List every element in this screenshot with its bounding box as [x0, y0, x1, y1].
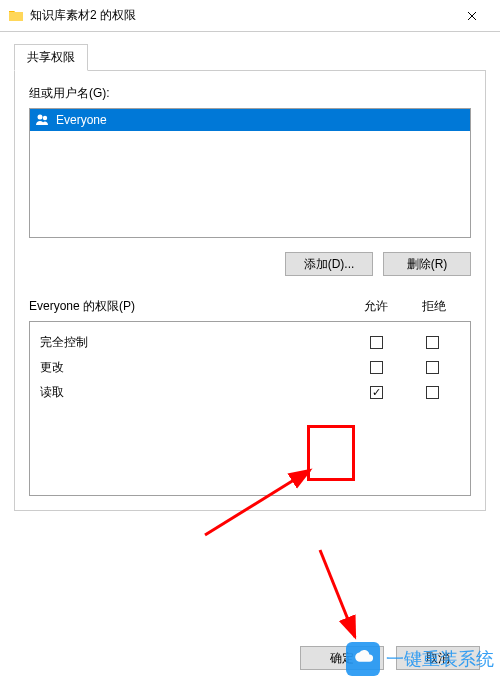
- checkbox-allow-read[interactable]: [370, 386, 383, 399]
- svg-line-3: [320, 550, 355, 637]
- permissions-label: Everyone 的权限(P): [29, 298, 347, 315]
- watermark-text: 一键重装系统: [386, 647, 494, 671]
- list-item[interactable]: Everyone: [30, 109, 470, 131]
- allow-column-header: 允许: [347, 298, 405, 315]
- tab-sharing-permissions[interactable]: 共享权限: [14, 44, 88, 71]
- perm-name: 更改: [40, 359, 348, 376]
- watermark: 一键重装系统: [346, 642, 494, 676]
- tab-strip: 共享权限: [14, 44, 486, 71]
- svg-point-0: [38, 115, 43, 120]
- user-name-label: Everyone: [56, 113, 107, 127]
- perm-name: 完全控制: [40, 334, 348, 351]
- folder-icon: [8, 8, 24, 24]
- permissions-box: 完全控制 更改 读取: [29, 321, 471, 496]
- checkbox-allow-full-control[interactable]: [370, 336, 383, 349]
- remove-button[interactable]: 删除(R): [383, 252, 471, 276]
- perm-name: 读取: [40, 384, 348, 401]
- cloud-icon: [346, 642, 380, 676]
- user-buttons: 添加(D)... 删除(R): [29, 252, 471, 276]
- close-button[interactable]: [452, 0, 492, 32]
- deny-column-header: 拒绝: [405, 298, 463, 315]
- checkbox-allow-change[interactable]: [370, 361, 383, 374]
- group-users-label: 组或用户名(G):: [29, 85, 471, 102]
- dialog-content: 共享权限 组或用户名(G): Everyone 添加(D)... 删除(R) E…: [0, 32, 500, 523]
- svg-point-1: [43, 116, 47, 120]
- titlebar: 知识库素材2 的权限: [0, 0, 500, 32]
- perm-row-change: 更改: [40, 355, 460, 380]
- checkbox-deny-full-control[interactable]: [426, 336, 439, 349]
- tab-panel: 组或用户名(G): Everyone 添加(D)... 删除(R) Everyo…: [14, 71, 486, 511]
- group-icon: [35, 112, 51, 128]
- annotation-arrow-to-cancel: [310, 545, 370, 645]
- perm-row-read: 读取: [40, 380, 460, 405]
- add-button[interactable]: 添加(D)...: [285, 252, 373, 276]
- users-list[interactable]: Everyone: [29, 108, 471, 238]
- perm-row-full-control: 完全控制: [40, 330, 460, 355]
- checkbox-deny-change[interactable]: [426, 361, 439, 374]
- checkbox-deny-read[interactable]: [426, 386, 439, 399]
- window-title: 知识库素材2 的权限: [30, 7, 452, 24]
- permissions-header: Everyone 的权限(P) 允许 拒绝: [29, 298, 471, 321]
